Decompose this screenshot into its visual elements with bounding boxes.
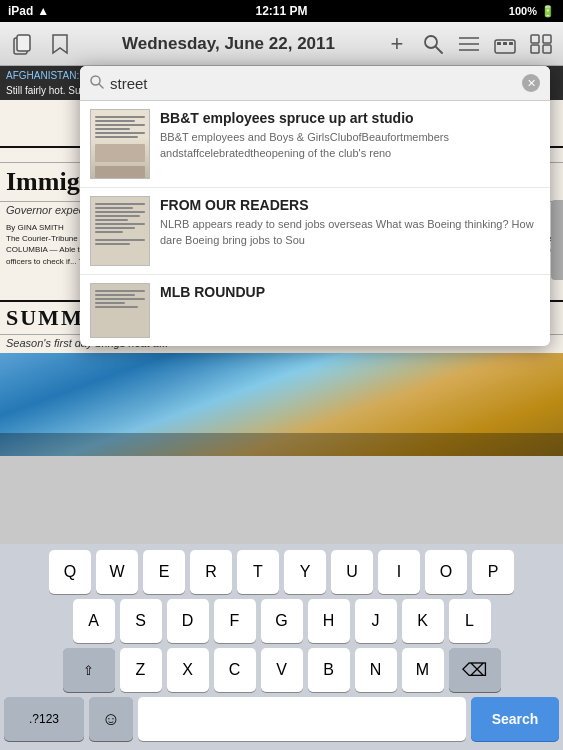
search-bar: ✕ bbox=[80, 66, 550, 101]
result-snippet-1: BB&T employees and Boys & GirlsClubofBea… bbox=[160, 130, 540, 161]
key-m[interactable]: M bbox=[402, 648, 444, 692]
key-j[interactable]: J bbox=[355, 599, 397, 643]
key-i[interactable]: I bbox=[378, 550, 420, 594]
battery-icon: 🔋 bbox=[541, 5, 555, 18]
add-icon[interactable]: + bbox=[383, 30, 411, 58]
scroll-indicator[interactable] bbox=[551, 200, 563, 280]
space-key[interactable] bbox=[138, 697, 466, 741]
key-h[interactable]: H bbox=[308, 599, 350, 643]
search-results-list: BB&T employees spruce up art studio BB&T… bbox=[80, 101, 550, 346]
key-b[interactable]: B bbox=[308, 648, 350, 692]
copy-icon[interactable] bbox=[8, 30, 36, 58]
keyboard-row-2: A S D F G H J K L bbox=[4, 599, 559, 643]
svg-rect-12 bbox=[543, 35, 551, 43]
search-result-item[interactable]: BB&T employees spruce up art studio BB&T… bbox=[80, 101, 550, 188]
key-e[interactable]: E bbox=[143, 550, 185, 594]
svg-line-16 bbox=[99, 84, 103, 88]
key-n[interactable]: N bbox=[355, 648, 397, 692]
shift-key[interactable]: ⇧ bbox=[63, 648, 115, 692]
time-label: 12:11 PM bbox=[255, 4, 307, 18]
search-dropdown: ✕ BB&T employees spruc bbox=[80, 66, 550, 346]
share-icon[interactable] bbox=[491, 30, 519, 58]
wifi-icon: ▲ bbox=[37, 4, 49, 18]
result-title-3: MLB ROUNDUP bbox=[160, 283, 540, 301]
svg-rect-9 bbox=[503, 42, 507, 45]
key-l[interactable]: L bbox=[449, 599, 491, 643]
svg-rect-13 bbox=[531, 45, 539, 53]
bookmark-icon[interactable] bbox=[46, 30, 74, 58]
key-z[interactable]: Z bbox=[120, 648, 162, 692]
result-text-2: FROM OUR READERS NLRB appears ready to s… bbox=[160, 196, 540, 248]
key-d[interactable]: D bbox=[167, 599, 209, 643]
key-x[interactable]: X bbox=[167, 648, 209, 692]
search-result-item[interactable]: MLB ROUNDUP bbox=[80, 275, 550, 346]
key-f[interactable]: F bbox=[214, 599, 256, 643]
result-title-2: FROM OUR READERS bbox=[160, 196, 540, 214]
svg-rect-1 bbox=[17, 35, 30, 51]
key-w[interactable]: W bbox=[96, 550, 138, 594]
emoji-key[interactable]: ☺ bbox=[89, 697, 133, 741]
result-snippet-2: NLRB appears ready to send jobs overseas… bbox=[160, 217, 540, 248]
keyboard: Q W E R T Y U I O P A S D F G H J K L ⇧ … bbox=[0, 544, 563, 750]
search-result-item[interactable]: FROM OUR READERS NLRB appears ready to s… bbox=[80, 188, 550, 275]
key-g[interactable]: G bbox=[261, 599, 303, 643]
search-clear-button[interactable]: ✕ bbox=[522, 74, 540, 92]
svg-point-2 bbox=[425, 36, 437, 48]
search-nav-icon[interactable] bbox=[419, 30, 447, 58]
key-y[interactable]: Y bbox=[284, 550, 326, 594]
svg-line-3 bbox=[436, 47, 442, 53]
status-bar: iPad ▲ 12:11 PM 100% 🔋 bbox=[0, 0, 563, 22]
keyboard-row-1: Q W E R T Y U I O P bbox=[4, 550, 559, 594]
search-key[interactable]: Search bbox=[471, 697, 559, 741]
grid-icon[interactable] bbox=[527, 30, 555, 58]
key-s[interactable]: S bbox=[120, 599, 162, 643]
battery-label: 100% bbox=[509, 5, 537, 17]
svg-rect-11 bbox=[531, 35, 539, 43]
carrier-label: iPad bbox=[8, 4, 33, 18]
list-icon[interactable] bbox=[455, 30, 483, 58]
delete-key[interactable]: ⌫ bbox=[449, 648, 501, 692]
key-p[interactable]: P bbox=[472, 550, 514, 594]
key-c[interactable]: C bbox=[214, 648, 256, 692]
nav-bar: Wednesday, June 22, 2011 + bbox=[0, 22, 563, 66]
result-thumbnail-2 bbox=[90, 196, 150, 266]
result-text-1: BB&T employees spruce up art studio BB&T… bbox=[160, 109, 540, 161]
key-a[interactable]: A bbox=[73, 599, 115, 643]
key-v[interactable]: V bbox=[261, 648, 303, 692]
svg-rect-7 bbox=[495, 40, 515, 53]
svg-rect-14 bbox=[543, 45, 551, 53]
result-thumbnail-3 bbox=[90, 283, 150, 338]
news-photo bbox=[0, 353, 563, 456]
result-text-3: MLB ROUNDUP bbox=[160, 283, 540, 304]
result-thumbnail-1 bbox=[90, 109, 150, 179]
key-t[interactable]: T bbox=[237, 550, 279, 594]
svg-rect-10 bbox=[509, 42, 513, 45]
key-u[interactable]: U bbox=[331, 550, 373, 594]
key-q[interactable]: Q bbox=[49, 550, 91, 594]
svg-rect-8 bbox=[497, 42, 501, 45]
keyboard-row-4: .?123 ☺ Search bbox=[4, 697, 559, 741]
key-k[interactable]: K bbox=[402, 599, 444, 643]
numbers-key[interactable]: .?123 bbox=[4, 697, 84, 741]
key-r[interactable]: R bbox=[190, 550, 232, 594]
key-o[interactable]: O bbox=[425, 550, 467, 594]
search-input[interactable] bbox=[110, 75, 516, 92]
page-title: Wednesday, June 22, 2011 bbox=[74, 34, 383, 54]
search-icon-small bbox=[90, 75, 104, 92]
result-title-1: BB&T employees spruce up art studio bbox=[160, 109, 540, 127]
keyboard-row-3: ⇧ Z X C V B N M ⌫ bbox=[4, 648, 559, 692]
